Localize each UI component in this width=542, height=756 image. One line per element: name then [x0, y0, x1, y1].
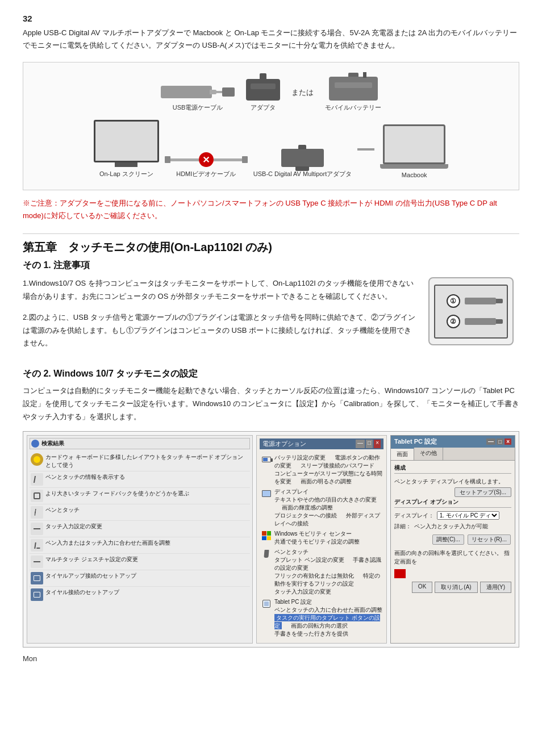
tp-tab-other[interactable]: その他 — [414, 448, 443, 460]
touch-text1: 1.Windows10/7 OS を持つコンピュータはタッチモニターをサポートし… — [23, 277, 417, 303]
cp-item-6: ペン入力またはタッチ入力に合わせた画面を調整 — [30, 537, 250, 554]
chapter5-title: 第五章 タッチモニタの使用(On-Lap1102I のみ) — [23, 240, 519, 255]
section2-heading: その 2. Windows 10/7 タッチモニタの設定 — [23, 368, 519, 380]
power-close-btn[interactable]: × — [374, 440, 381, 448]
tp-resetall-btn[interactable]: リセット(R)... — [468, 534, 511, 545]
onlap-label: On-Lap スクリーン — [99, 170, 153, 178]
windows-icon — [261, 530, 272, 541]
touch-text-col: 1.Windows10/7 OS を持つコンピュータはタッチモニターをサポートし… — [23, 277, 417, 358]
cp-icon-2 — [31, 473, 43, 486]
pp-pen-text: ペンとタッチ タブレット ペン設定の変更 手書き認識の設定の変更 フリックの有効… — [274, 548, 382, 596]
cp-item-3: より大きいタッチ フィードバックを使うかどうかを選ぶ — [30, 488, 250, 504]
mobile-battery-item: モバイルバッテリー — [325, 73, 381, 112]
cp-item-8: タイヤルアップ接続のセットアップ — [30, 570, 250, 587]
onlap-screen-item: On-Lap スクリーン — [94, 120, 159, 178]
tp-section-display: 構成 — [394, 464, 511, 474]
macbook-base — [380, 164, 448, 169]
power-panel-screenshot: 電源オプション — □ × バッテリ設定の変更 電源ボタンの動作の変更 スリープ… — [256, 435, 387, 644]
page-number: 32 — [23, 14, 519, 23]
tp-min-btn[interactable]: — — [486, 438, 495, 445]
display-icon — [261, 488, 272, 499]
tp-close-btn[interactable]: × — [505, 438, 511, 445]
pp-windows-text: Windows モビリティ センター 共通で使うモビリティ設定の調整 — [274, 530, 360, 546]
power-minimize-btn[interactable]: — — [356, 440, 365, 448]
plugin-diagram: ① ② — [428, 277, 514, 345]
tp-tab-bar: 画面 その他 — [391, 448, 515, 461]
pp-tabletpc-text: Tablet PC 設定 ペンとタッチの入力に合わせた画面の調整 タスクの実行用… — [274, 598, 382, 638]
cross-icon: ✕ — [199, 152, 214, 167]
pp-item-display: ディスプレイ テキストやその他の項目の大きさの変更 画面の輝度感の調整 プロジェ… — [261, 487, 382, 529]
cp-text-9: タイヤル接続のセットアップ — [45, 588, 119, 596]
usb-cable-label: USB電源ケーブル — [173, 103, 223, 112]
tp-cancel-btn[interactable]: 取り消し(A) — [435, 582, 477, 593]
cp-globe-icon — [31, 440, 39, 448]
pp-item-pen: ペンとタッチ タブレット ペン設定の変更 手書き認識の設定の変更 フリックの有効… — [261, 547, 382, 597]
tp-display-select[interactable]: 1. モバイル PC ディスプレイ — [437, 511, 499, 520]
pp-item-tabletpc: Tablet PC 設定 ペンとタッチの入力に合わせた画面の調整 タスクの実行用… — [261, 597, 382, 639]
touch-section: 1.Windows10/7 OS を持つコンピュータはタッチモニターをサポートし… — [23, 277, 519, 358]
tp-ok-btn[interactable]: OK — [412, 582, 432, 593]
intro-text: Apple USB-C Digital AV マルチポートアダプターで Macb… — [23, 27, 519, 52]
macbook-lid — [383, 124, 445, 164]
pp-display-text: ディスプレイ テキストやその他の項目の大きさの変更 画面の輝度感の調整 プロジェ… — [274, 488, 382, 528]
touch-image-col: ① ② — [428, 277, 519, 345]
tabletpc-icon — [261, 598, 272, 609]
diagram-row-2: On-Lap スクリーン ✕ HDMIビデオケーブル USB-C Digital… — [29, 120, 513, 178]
cp-icon-6 — [31, 539, 43, 552]
power-panel-body: バッテリ設定の変更 電源ボタンの動作の変更 スリープ後接続のパスワード コンピュ… — [260, 452, 383, 640]
tp-bottom-text: 画面の向きの回転率を選択してください。 指定画面を — [394, 548, 511, 567]
power-title-bar: 電源オプション — □ × — [260, 438, 383, 449]
tp-setup-btn-row: セットアップ(S)... — [394, 488, 511, 496]
or-text: または — [291, 87, 314, 98]
circle-2: ② — [447, 315, 460, 328]
cp-icon-5 — [31, 523, 43, 535]
cp-text-3: より大きいタッチ フィードバックを使うかどうかを選ぶ — [45, 490, 189, 498]
tp-apply-btn[interactable]: 適用(Y) — [480, 582, 511, 593]
power-max-btn[interactable]: □ — [366, 440, 373, 448]
cp-title: 検索結果 — [41, 440, 64, 448]
cp-text-5: タッチ入力設定の変更 — [45, 523, 102, 531]
tp-tab-display[interactable]: 画面 — [391, 448, 414, 460]
plugin-item-1: ① — [447, 294, 496, 308]
cp-item-7: マルチタッチ ジェスチャ設定の変更 — [30, 554, 250, 570]
tp-display-label: ディスプレイ： — [394, 512, 434, 519]
tp-calibrate-btns: 調整(C)... リセット(R)... — [394, 534, 511, 545]
tp-body: 構成 ペンとタッチ ディスプレイを構成します。 セットアップ(S)... ディス… — [391, 461, 515, 596]
cp-icon-1 — [31, 453, 43, 466]
control-panel-screenshot: 検索結果 カードウォ キーボードに多様したレイアウトをタッチ キーボード オプシ… — [27, 435, 253, 644]
macbook-label: Macbook — [402, 172, 427, 178]
highlighted-text: タスクの実行用のタブレット ボタンの設定 — [274, 614, 380, 629]
battery-icon — [261, 454, 272, 465]
hdmi-cable-label: HDMIビデオケーブル — [176, 170, 236, 178]
cp-text-2: ペンとタッチの情報を表示する — [45, 473, 125, 481]
tp-color-indicator — [394, 569, 406, 578]
screenshot-container: 検索結果 カードウォ キーボードに多様したレイアウトをタッチ キーボード オプシ… — [23, 431, 519, 648]
tp-title-bar: Tablet PC 設定 — □ × — [391, 436, 515, 448]
tp-detail-value: ペン入力とタッチ入力が可能 — [414, 523, 488, 529]
pp-item-battery: バッテリ設定の変更 電源ボタンの動作の変更 スリープ後接続のパスワード コンピュ… — [261, 453, 382, 487]
pen-icon — [261, 548, 272, 559]
cp-icon-3 — [31, 490, 43, 502]
touch-text2: 2.図のように、USB タッチ信号と電源ケーブルの①プラグインは電源とタッチ信号… — [23, 311, 417, 350]
hdmi-cable-section: ✕ HDMIビデオケーブル — [165, 152, 248, 178]
cp-text-1: カードウォ キーボードに多様したレイアウトをタッチ キーボード オプションとして… — [45, 453, 249, 469]
section2-text: コンピュータは自動的にタッチモニター機能を起動できない場合、タッチとカーソル反応… — [23, 385, 519, 423]
section1-heading: その 1. 注意事項 — [23, 260, 519, 272]
tp-detail-label: 詳細： — [394, 523, 411, 529]
usbc-adapter-item: USB-C Digital AV Multiportアダプタ — [253, 149, 352, 178]
pp-item-windows: Windows モビリティ センター 共通で使うモビリティ設定の調整 — [261, 529, 382, 547]
cp-text-4: ペンとタッチ — [45, 506, 80, 514]
tp-setup-btn[interactable]: セットアップ(S)... — [455, 487, 511, 497]
tp-display-row: ディスプレイ： 1. モバイル PC ディスプレイ — [394, 510, 511, 521]
adapter-label: アダプタ — [251, 103, 276, 112]
tp-display-options-label: ディスプレイ オプション — [394, 498, 511, 508]
cp-item-1: カードウォ キーボードに多様したレイアウトをタッチ キーボード オプションとして… — [30, 452, 250, 471]
cp-item-9: タイヤル接続のセットアップ — [30, 587, 250, 603]
tp-reset-btn[interactable]: 調整(C)... — [432, 534, 464, 545]
tp-max-btn[interactable]: □ — [497, 438, 503, 445]
tablet-pc-panel: Tablet PC 設定 — □ × 画面 その他 構成 ペンとタッチ ディスプ… — [390, 435, 515, 644]
power-title-text: 電源オプション — [262, 440, 306, 448]
wire-connector — [357, 148, 374, 151]
cp-item-4: ペンとタッチ — [30, 504, 250, 521]
screen-stand — [115, 162, 137, 167]
